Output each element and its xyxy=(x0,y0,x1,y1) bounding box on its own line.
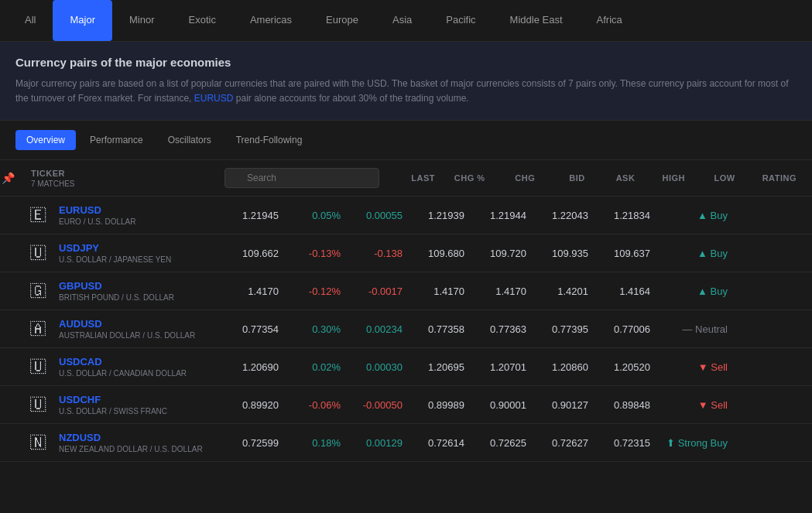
flag-emoji-6: 🇳 xyxy=(30,435,46,450)
cell-chg-2: -0.0017 xyxy=(348,286,410,297)
ticker-symbol-2[interactable]: GBPUSD xyxy=(59,280,174,292)
cell-rating-5: ▼ Sell xyxy=(658,399,743,411)
table-row[interactable]: 🇦 AUDUSD AUSTRALIAN DOLLAR / U.S. DOLLAR… xyxy=(0,310,812,348)
ticker-info-0: EURUSD EURO / U.S. DOLLAR xyxy=(59,204,135,226)
ticker-name-6: NEW ZEALAND DOLLAR / U.S. DOLLAR xyxy=(59,445,203,453)
col-header-chg: CHG xyxy=(493,167,543,189)
cell-low-1: 109.637 xyxy=(596,248,658,259)
col-header-high: HIGH xyxy=(642,167,693,189)
cell-chg-6: 0.00129 xyxy=(348,437,410,449)
cell-ask-0: 1.21944 xyxy=(472,210,534,221)
table-row[interactable]: 🇬 GBPUSD BRITISH POUND / U.S. DOLLAR 1.4… xyxy=(0,272,812,310)
flag-icon-4: 🇺 xyxy=(25,358,51,375)
cell-low-5: 0.89848 xyxy=(596,399,658,411)
eurusd-link[interactable]: EURUSD xyxy=(194,93,234,104)
col-header-chgpct: CHG % xyxy=(443,167,493,189)
cell-chgpct-5: -0.06% xyxy=(286,399,348,411)
cell-last-1: 109.662 xyxy=(217,248,286,259)
ticker-symbol-0[interactable]: EURUSD xyxy=(59,204,135,216)
ticker-symbol-5[interactable]: USDCHF xyxy=(59,394,167,405)
cell-ticker-5: 🇺 USDCHF U.S. DOLLAR / SWISS FRANC xyxy=(15,394,217,416)
cell-ask-6: 0.72625 xyxy=(472,437,534,449)
table-row[interactable]: 🇺 USDJPY U.S. DOLLAR / JAPANESE YEN 109.… xyxy=(0,234,812,272)
cell-chgpct-2: -0.12% xyxy=(286,286,348,297)
cell-ticker-4: 🇺 USDCAD U.S. DOLLAR / CANADIAN DOLLAR xyxy=(15,356,217,378)
cell-bid-4: 1.20695 xyxy=(410,361,472,373)
table-row[interactable]: 🇳 NZDUSD NEW ZEALAND DOLLAR / U.S. DOLLA… xyxy=(0,424,812,462)
cell-last-5: 0.89920 xyxy=(217,399,286,411)
cell-bid-6: 0.72614 xyxy=(410,437,472,449)
tab-europe[interactable]: Europe xyxy=(309,0,375,41)
table-row[interactable]: 🇪 EURUSD EURO / U.S. DOLLAR 1.21945 0.05… xyxy=(0,197,812,234)
subtab-performance[interactable]: Performance xyxy=(79,130,154,150)
info-title: Currency pairs of the major economies xyxy=(15,56,797,69)
ticker-symbol-4[interactable]: USDCAD xyxy=(59,356,187,368)
subtab-oscillators[interactable]: Oscillators xyxy=(157,130,222,150)
ticker-info-2: GBPUSD BRITISH POUND / U.S. DOLLAR xyxy=(59,280,174,302)
search-input[interactable] xyxy=(224,168,379,188)
cell-bid-5: 0.89989 xyxy=(410,399,472,411)
cell-high-4: 1.20860 xyxy=(534,361,596,373)
ticker-symbol-1[interactable]: USDJPY xyxy=(59,242,171,254)
cell-last-0: 1.21945 xyxy=(217,210,286,221)
cell-chgpct-0: 0.05% xyxy=(286,210,348,221)
table-header: 📌 TICKER 7 MATCHES 🔍 LAST CHG % CHG BID … xyxy=(0,160,812,197)
col-header-ask: ASK xyxy=(593,167,643,189)
col-header-bid: BID xyxy=(543,167,593,189)
cell-last-2: 1.4170 xyxy=(217,286,286,297)
tab-all[interactable]: All xyxy=(8,0,53,41)
tab-exotic[interactable]: Exotic xyxy=(171,0,232,41)
cell-ask-3: 0.77363 xyxy=(472,323,534,335)
cell-high-6: 0.72627 xyxy=(534,437,596,449)
tab-asia[interactable]: Asia xyxy=(375,0,429,41)
ticker-symbol-3[interactable]: AUDUSD xyxy=(59,318,195,330)
table-row[interactable]: 🇺 USDCHF U.S. DOLLAR / SWISS FRANC 0.899… xyxy=(0,386,812,424)
cell-rating-6: ⬆ Strong Buy xyxy=(658,437,743,449)
cell-rating-0: ▲ Buy xyxy=(658,210,743,221)
flag-emoji-2: 🇬 xyxy=(30,283,46,299)
subtab-trend-following[interactable]: Trend-Following xyxy=(225,130,313,150)
flag-emoji-3: 🇦 xyxy=(30,321,46,337)
tab-pacific[interactable]: Pacific xyxy=(429,0,492,41)
flag-icon-2: 🇬 xyxy=(25,282,51,299)
cell-high-3: 0.77395 xyxy=(534,323,596,335)
cell-chg-3: 0.00234 xyxy=(348,323,410,335)
cell-ticker-6: 🇳 NZDUSD NEW ZEALAND DOLLAR / U.S. DOLLA… xyxy=(15,432,217,453)
cell-last-4: 1.20690 xyxy=(217,361,286,373)
cell-ask-1: 109.720 xyxy=(472,248,534,259)
matches-label: 7 MATCHES xyxy=(31,180,217,188)
ticker-name-1: U.S. DOLLAR / JAPANESE YEN xyxy=(59,255,171,264)
flag-icon-3: 🇦 xyxy=(25,320,51,337)
cell-chgpct-1: -0.13% xyxy=(286,248,348,259)
cell-low-0: 1.21834 xyxy=(596,210,658,221)
tab-major[interactable]: Major xyxy=(53,0,112,41)
ticker-header: TICKER 7 MATCHES xyxy=(15,169,217,188)
cell-ticker-0: 🇪 EURUSD EURO / U.S. DOLLAR xyxy=(15,204,217,226)
tab-americas[interactable]: Americas xyxy=(233,0,309,41)
flag-icon-5: 🇺 xyxy=(25,396,51,413)
subtab-overview[interactable]: Overview xyxy=(15,130,76,150)
flag-emoji-0: 🇪 xyxy=(30,207,46,223)
cell-ask-2: 1.4170 xyxy=(472,286,534,297)
ticker-info-6: NZDUSD NEW ZEALAND DOLLAR / U.S. DOLLAR xyxy=(59,432,203,453)
flag-emoji-5: 🇺 xyxy=(30,397,46,412)
ticker-name-0: EURO / U.S. DOLLAR xyxy=(59,217,135,226)
cell-high-5: 0.90127 xyxy=(534,399,596,411)
tab-minor[interactable]: Minor xyxy=(112,0,172,41)
ticker-symbol-6[interactable]: NZDUSD xyxy=(59,432,203,443)
ticker-info-3: AUDUSD AUSTRALIAN DOLLAR / U.S. DOLLAR xyxy=(59,318,195,340)
cell-low-6: 0.72315 xyxy=(596,437,658,449)
cell-high-0: 1.22043 xyxy=(534,210,596,221)
ticker-info-1: USDJPY U.S. DOLLAR / JAPANESE YEN xyxy=(59,242,171,264)
tab-africa[interactable]: Africa xyxy=(580,0,639,41)
cell-rating-1: ▲ Buy xyxy=(658,248,743,259)
ticker-name-3: AUSTRALIAN DOLLAR / U.S. DOLLAR xyxy=(59,331,195,340)
cell-low-2: 1.4164 xyxy=(596,286,658,297)
info-panel: Currency pairs of the major economies Ma… xyxy=(0,42,812,121)
table-row[interactable]: 🇺 USDCAD U.S. DOLLAR / CANADIAN DOLLAR 1… xyxy=(0,348,812,386)
tab-middle-east[interactable]: Middle East xyxy=(493,0,580,41)
cell-chgpct-6: 0.18% xyxy=(286,437,348,449)
cell-ask-5: 0.90001 xyxy=(472,399,534,411)
cell-bid-0: 1.21939 xyxy=(410,210,472,221)
flag-icon-1: 🇺 xyxy=(25,245,51,262)
